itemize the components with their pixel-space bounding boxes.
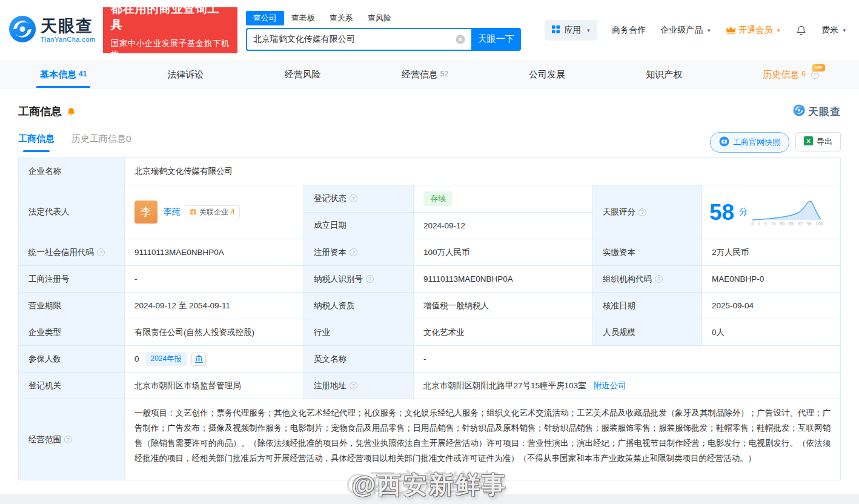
- value-industry: 文化艺术业: [414, 319, 593, 346]
- value-registration-number: -: [125, 266, 304, 293]
- help-icon[interactable]: [350, 248, 357, 256]
- status-badge: 存续: [423, 191, 453, 206]
- nav-cooperation[interactable]: 商务合作: [612, 25, 646, 36]
- related-companies-tag[interactable]: 关联企业 4: [185, 205, 240, 219]
- social-insurance-icon[interactable]: [191, 353, 206, 366]
- label-staff-size: 人员规模: [593, 319, 702, 346]
- label-credit-code: 统一社会信用代码: [19, 239, 125, 266]
- search-tab-risk[interactable]: 查风险: [360, 11, 399, 25]
- page: 天眼查 TianYanCha.com 都在用的商业查询工具 国家中小企业发展子基…: [0, 0, 859, 504]
- search-input[interactable]: [247, 35, 456, 44]
- apps-menu[interactable]: 应用 ▼: [545, 20, 597, 41]
- help-icon[interactable]: [64, 436, 72, 443]
- label-registration-authority: 登记机关: [19, 373, 125, 399]
- tab-legal-label: 法律诉讼: [167, 69, 204, 81]
- value-company-type: 有限责任公司(自然人投资或控股): [125, 319, 304, 346]
- value-tianyan-score: 58 分 0131550859799100: [702, 185, 841, 239]
- label-org-code: 组织机构代码: [593, 266, 702, 293]
- value-business-term: 2024-09-12 至 2054-09-11: [125, 293, 304, 319]
- tianyancha-logo[interactable]: 天眼查 TianYanCha.com: [8, 15, 96, 45]
- business-info-table: 企业名称 北京瑞鹤文化传媒有限公司 法定代表人 李 李莼 关联企业 4: [18, 158, 841, 480]
- value-legal-representative: 李 李莼 关联企业 4: [125, 185, 304, 239]
- score-distribution-chart: 0131550859799100: [751, 198, 823, 226]
- official-snapshot-button[interactable]: 工商官网快照: [710, 132, 789, 153]
- top-header: 天眼查 TianYanCha.com 都在用的商业查询工具 国家中小企业发展子基…: [0, 0, 859, 61]
- value-registered-capital: 100万人民币: [414, 239, 593, 266]
- chevron-down-icon: ▼: [586, 28, 591, 33]
- help-icon[interactable]: [811, 71, 819, 79]
- annual-report-badge[interactable]: 2024年报: [145, 352, 187, 366]
- search-button[interactable]: 天眼一下: [471, 28, 521, 51]
- svg-text:X: X: [806, 138, 811, 144]
- search-tab-relation[interactable]: 查关系: [322, 11, 360, 25]
- export-button[interactable]: X 导出: [795, 132, 841, 151]
- section-title: 工商信息: [18, 104, 62, 119]
- apps-label: 应用: [564, 25, 581, 36]
- help-icon[interactable]: [638, 208, 646, 216]
- clear-search-icon[interactable]: [456, 35, 465, 44]
- label-taxpayer-id: 纳税人识别号: [304, 266, 414, 293]
- company-tabbar: 基本信息 41 法律诉讼 经营风险 经营信息 52 公司发展 知识产权 历史信息…: [0, 61, 859, 88]
- tab-company-development[interactable]: 公司发展: [525, 61, 569, 88]
- value-registered-address: 北京市朝阳区朝阳北路甲27号15幢平房103室 附近公司: [414, 373, 841, 399]
- help-icon[interactable]: [655, 275, 663, 283]
- tab-intellectual-property-label: 知识产权: [646, 69, 682, 81]
- label-business-scope: 经营范围: [19, 399, 125, 480]
- chevron-down-icon: ▼: [842, 28, 847, 33]
- value-credit-code: 91110113MAE0NBHP0A: [125, 239, 304, 266]
- label-establish-date: 成立日期: [304, 213, 414, 240]
- section-brand-logo: 天眼查: [793, 104, 841, 119]
- nav-open-vip[interactable]: 开通会员 ▼: [726, 25, 781, 36]
- tab-basic-info-label: 基本信息: [40, 69, 76, 81]
- help-icon[interactable]: [350, 382, 357, 390]
- promo-banner: 都在用的商业查询工具 国家中小企业发展子基金旗下机构: [103, 7, 237, 53]
- label-taxpayer-quality: 纳税人资质: [304, 293, 414, 319]
- tab-legal[interactable]: 法律诉讼: [164, 61, 207, 88]
- tab-operating-info[interactable]: 经营信息 52: [398, 61, 452, 88]
- chevron-down-icon: ▼: [776, 28, 781, 33]
- subtab-row: 工商信息 历史工商信息0 工商官网快照 X 导出: [18, 132, 841, 153]
- score-unit: 分: [739, 207, 748, 217]
- subtab-business-info[interactable]: 工商信息: [18, 133, 55, 152]
- tab-history-info[interactable]: 历史信息 6 VIP: [759, 61, 823, 88]
- logo-text-cn: 天眼查: [41, 18, 96, 36]
- nav-user[interactable]: 费米 ▼: [821, 25, 847, 36]
- label-business-term: 营业期限: [19, 293, 125, 319]
- label-company-name: 企业名称: [19, 158, 125, 185]
- label-registered-address: 注册地址: [304, 373, 414, 399]
- related-companies-count: 4: [231, 208, 235, 216]
- value-taxpayer-quality: 增值税一般纳税人: [414, 293, 593, 319]
- search-tabs: 查公司 查老板 查关系 查风险: [246, 10, 521, 26]
- main-content: 工商信息 天眼查: [0, 104, 859, 480]
- help-icon[interactable]: [366, 275, 374, 283]
- help-icon[interactable]: [97, 248, 105, 256]
- notification-bell-icon[interactable]: [795, 25, 807, 36]
- tab-operating-risk[interactable]: 经营风险: [281, 61, 325, 88]
- search-tab-boss[interactable]: 查老板: [284, 11, 322, 25]
- nav-enterprise[interactable]: 企业级产品 ▼: [660, 25, 711, 36]
- tab-history-info-label: 历史信息: [763, 69, 799, 81]
- nav-user-label: 费米: [821, 25, 838, 36]
- help-icon[interactable]: [350, 194, 357, 202]
- value-staff-size: 0人: [702, 319, 841, 346]
- nearby-companies-link[interactable]: 附近公司: [594, 380, 626, 391]
- tab-intellectual-property[interactable]: 知识产权: [642, 61, 686, 88]
- promo-line1: 都在用的商业查询工具: [111, 1, 230, 33]
- legal-rep-name-link[interactable]: 李莼: [164, 207, 180, 217]
- value-approval-date: 2025-09-04: [702, 293, 841, 319]
- legal-rep-avatar[interactable]: 李: [134, 201, 158, 224]
- label-english-name: 英文名称: [304, 346, 414, 373]
- search-area: 查公司 查老板 查关系 查风险 天眼一下: [246, 10, 521, 51]
- label-company-type: 企业类型: [19, 319, 125, 346]
- subscribe-bell-icon[interactable]: [67, 107, 76, 116]
- tab-basic-info[interactable]: 基本信息 41: [36, 61, 90, 88]
- score-number: 58: [709, 201, 734, 224]
- tab-company-development-label: 公司发展: [529, 69, 565, 81]
- tab-count: 41: [79, 70, 87, 78]
- gift-icon: [190, 208, 197, 217]
- tianyancha-logo-icon: [8, 15, 36, 45]
- vip-badge: VIP: [812, 64, 825, 71]
- search-tab-company[interactable]: 查公司: [246, 11, 284, 25]
- subtab-history-business-info[interactable]: 历史工商信息0: [71, 133, 131, 152]
- tab-operating-info-label: 经营信息: [402, 69, 438, 81]
